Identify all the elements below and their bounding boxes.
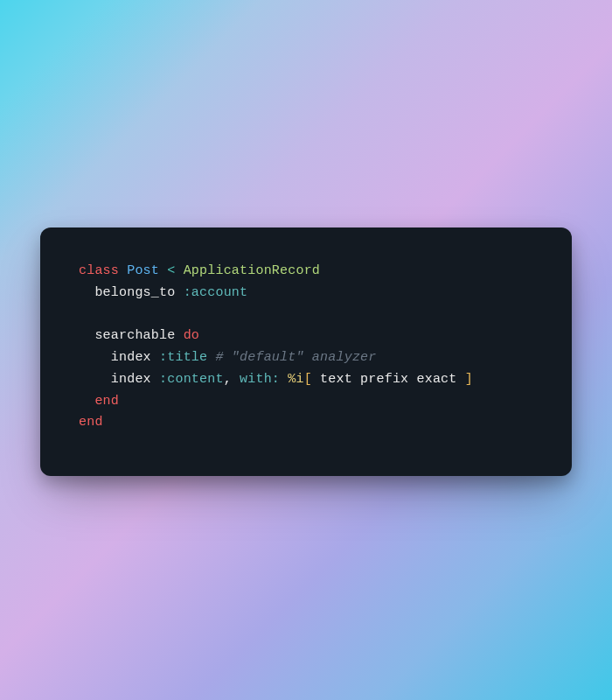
symbol-content: :content [159,372,224,387]
symbol-title: :title [159,350,207,365]
code-snippet-card: class Post < ApplicationRecord belongs_t… [40,228,572,476]
keyword-end-outer: end [79,415,103,430]
percent-literal: %i [288,372,303,387]
method-belongs-to: belongs_to [94,285,175,300]
method-searchable: searchable [94,328,175,343]
method-index-1: index [111,350,151,365]
method-index-2: index [111,372,151,387]
symbol-account: :account [184,285,248,300]
with-key: with: [240,372,280,387]
bracket-open: [ [304,372,312,387]
bracket-close: ] [465,372,473,387]
array-items: text prefix exact [312,372,465,387]
class-name-post: Post [127,263,159,278]
comma: , [224,372,232,387]
keyword-class: class [79,263,119,278]
parent-class-name: ApplicationRecord [184,263,320,278]
inherit-operator: < [167,263,175,278]
keyword-do: do [184,328,199,343]
code-block: class Post < ApplicationRecord belongs_t… [79,261,533,434]
comment-default-analyzer: # "default" analyzer [215,350,376,365]
keyword-end-inner: end [94,394,119,409]
